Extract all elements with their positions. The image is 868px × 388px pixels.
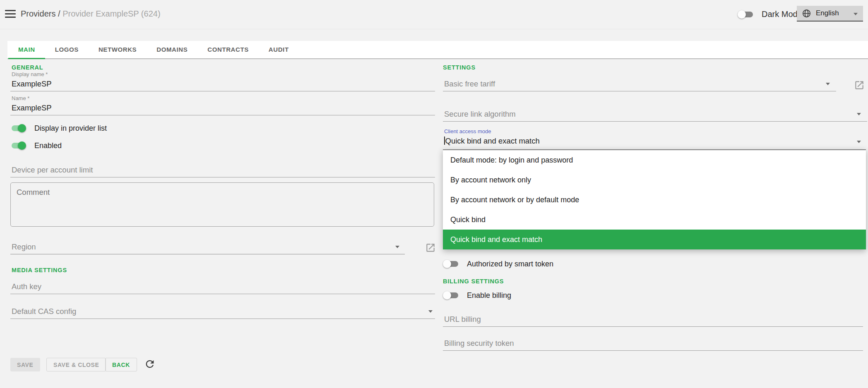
- save-button[interactable]: SAVE: [10, 358, 40, 371]
- tab-main[interactable]: MAIN: [8, 41, 45, 58]
- enable-billing-toggle[interactable]: Enable billing: [443, 291, 511, 300]
- globe-icon: [802, 9, 811, 18]
- chevron-down-icon: [826, 83, 830, 85]
- menu-icon[interactable]: [5, 10, 16, 18]
- refresh-icon[interactable]: [144, 358, 156, 370]
- section-media-settings: MEDIA SETTINGS: [12, 267, 67, 273]
- display-name-value: ExampleSP: [10, 79, 435, 89]
- enable-billing-label: Enable billing: [467, 291, 511, 300]
- field-underline: [10, 294, 435, 294]
- field-underline: [10, 319, 435, 319]
- auth-key-label: Auth key: [10, 281, 435, 292]
- save-and-close-button[interactable]: SAVE & CLOSE: [46, 358, 106, 371]
- region-select[interactable]: Region: [10, 242, 405, 254]
- device-per-account-limit-field[interactable]: Device per account limit: [10, 165, 435, 177]
- dark-mode-label: Dark Mode: [762, 10, 802, 19]
- toggle-thumb: [738, 10, 746, 19]
- region-label: Region: [10, 242, 405, 252]
- option-default-mode[interactable]: Default mode: by login and password: [443, 150, 866, 170]
- client-access-mode-label: Client access mode: [443, 128, 867, 135]
- dark-mode-toggle[interactable]: [738, 10, 754, 19]
- chevron-down-icon: [428, 310, 433, 313]
- chevron-down-icon: [395, 246, 399, 248]
- name-label: Name *: [10, 95, 435, 102]
- section-billing-settings: BILLING SETTINGS: [443, 278, 504, 285]
- toggle-thumb: [18, 141, 26, 150]
- section-general: GENERAL: [12, 64, 43, 71]
- display-in-provider-list-toggle[interactable]: Display in provider list: [10, 124, 107, 133]
- smart-token-label: Authorized by smart token: [467, 260, 553, 268]
- section-settings: SETTINGS: [443, 64, 476, 71]
- client-access-mode-dropdown: Default mode: by login and password By a…: [443, 149, 866, 249]
- field-underline: [10, 254, 405, 254]
- auth-key-field[interactable]: Auth key: [10, 281, 435, 294]
- secure-link-algorithm-select[interactable]: Secure link algorithm: [443, 109, 867, 122]
- billing-security-token-field[interactable]: Billing security token: [443, 338, 863, 351]
- default-cas-config-label: Default CAS config: [10, 306, 435, 317]
- tab-bar: MAIN LOGOS NETWORKS DOMAINS CONTRACTS AU…: [7, 41, 868, 59]
- chevron-down-icon: [854, 13, 858, 15]
- back-button[interactable]: BACK: [105, 358, 137, 371]
- tab-domains[interactable]: DOMAINS: [147, 41, 197, 58]
- device-per-account-limit-label: Device per account limit: [10, 165, 435, 175]
- client-access-mode-value: Quick bind and exact match: [445, 137, 540, 145]
- language-select[interactable]: English: [797, 6, 863, 22]
- billing-security-token-label: Billing security token: [443, 338, 863, 349]
- display-name-label: Display name *: [10, 71, 435, 78]
- comment-placeholder: Comment: [17, 188, 50, 196]
- enabled-label: Enabled: [34, 141, 62, 150]
- field-underline: [443, 350, 863, 351]
- option-by-account-network-or-default[interactable]: By account network or by default mode: [443, 190, 866, 210]
- tab-networks[interactable]: NETWORKS: [89, 41, 147, 58]
- open-region-link-icon[interactable]: [425, 242, 436, 253]
- breadcrumb-current: Provider ExampleSP (624): [63, 9, 160, 18]
- tab-contracts[interactable]: CONTRACTS: [197, 41, 259, 58]
- smart-token-toggle[interactable]: Authorized by smart token: [443, 259, 553, 268]
- comment-textarea[interactable]: Comment: [10, 182, 434, 227]
- toggle-thumb: [443, 291, 451, 299]
- field-underline: [10, 115, 435, 115]
- option-quick-bind-and-exact-match[interactable]: Quick bind and exact match: [443, 230, 866, 249]
- enabled-toggle[interactable]: Enabled: [10, 141, 62, 150]
- secure-link-algorithm-label: Secure link algorithm: [443, 109, 867, 120]
- name-field[interactable]: Name * ExampleSP: [10, 95, 435, 115]
- chevron-down-icon: [857, 141, 861, 143]
- field-underline: [443, 121, 867, 122]
- client-access-mode-select[interactable]: Client access mode Quick bind and exact …: [443, 128, 867, 146]
- display-in-provider-list-label: Display in provider list: [34, 124, 107, 133]
- url-billing-label: URL billing: [443, 314, 863, 325]
- tab-logos[interactable]: LOGOS: [45, 41, 89, 58]
- open-tariff-link-icon[interactable]: [854, 80, 865, 91]
- option-by-account-network-only[interactable]: By account network only: [443, 170, 866, 190]
- tariff-select[interactable]: Basic free tariff: [443, 79, 836, 91]
- chevron-down-icon: [857, 113, 861, 115]
- name-value: ExampleSP: [10, 103, 435, 113]
- display-name-field[interactable]: Display name * ExampleSP: [10, 71, 435, 91]
- url-billing-field[interactable]: URL billing: [443, 314, 863, 327]
- field-underline: [443, 326, 863, 327]
- tariff-label: Basic free tariff: [443, 79, 836, 89]
- language-value: English: [816, 9, 839, 17]
- toggle-thumb: [18, 124, 26, 132]
- breadcrumb: Providers / Provider ExampleSP (624): [21, 9, 161, 19]
- default-cas-config-select[interactable]: Default CAS config: [10, 306, 435, 319]
- text-cursor: [444, 137, 445, 145]
- top-bar: Providers / Provider ExampleSP (624) Dar…: [0, 0, 868, 29]
- provider-edit-page: Providers / Provider ExampleSP (624) Dar…: [0, 0, 868, 388]
- field-underline: [10, 177, 435, 177]
- field-underline: [10, 91, 435, 91]
- option-quick-bind[interactable]: Quick bind: [443, 210, 866, 230]
- breadcrumb-providers-link[interactable]: Providers /: [21, 9, 60, 18]
- field-underline: [443, 91, 836, 91]
- toggle-thumb: [443, 260, 451, 268]
- tab-audit[interactable]: AUDIT: [259, 41, 299, 58]
